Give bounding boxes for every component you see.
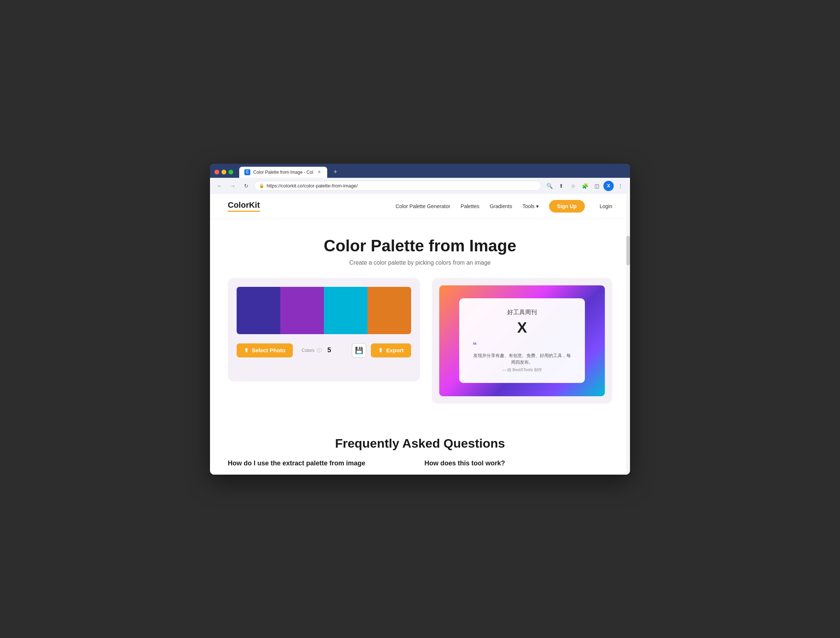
hero-subtitle: Create a color palette by picking colors… xyxy=(228,259,612,266)
preview-img-background: 好工具周刊 X ❝ 发现并分享有趣、有创意、免费、好用的工具，每周四发布。 — … xyxy=(439,285,605,396)
save-button[interactable]: 💾 xyxy=(352,343,366,358)
colors-label: Colors xyxy=(302,348,315,353)
login-link[interactable]: Login xyxy=(600,203,612,209)
preview-overlay-card: 好工具周刊 X ❝ 发现并分享有趣、有创意、免费、好用的工具，每周四发布。 — … xyxy=(459,298,585,383)
url-text: https://colorkit.co/color-palette-from-i… xyxy=(267,183,537,188)
palette-card: ⬆ Select Photo Colors ⓘ 5 💾 xyxy=(228,278,420,381)
faq-grid: How do I use the extract palette from im… xyxy=(228,460,612,467)
menu-button[interactable]: ⋮ xyxy=(615,181,625,191)
scrollbar-thumb[interactable] xyxy=(626,236,630,265)
swatch-3[interactable] xyxy=(324,287,368,334)
chevron-down-icon: ▾ xyxy=(536,203,539,209)
select-photo-button[interactable]: ⬆ Select Photo xyxy=(237,343,293,357)
page-scrollbar[interactable] xyxy=(626,194,630,475)
swatch-4[interactable] xyxy=(368,287,411,334)
faq-section: Frequently Asked Questions How do I use … xyxy=(210,418,630,475)
faq-item-2-title[interactable]: How does this tool work? xyxy=(425,460,612,467)
preview-card-x: X xyxy=(472,319,572,336)
tab-close-button[interactable]: ✕ xyxy=(316,169,322,175)
colors-count: 5 xyxy=(328,346,331,354)
faq-title: Frequently Asked Questions xyxy=(228,436,612,451)
browser-toolbar: ← → ↻ 🔒 https://colorkit.co/color-palett… xyxy=(210,178,630,194)
preview-card-title: 好工具周刊 xyxy=(472,309,572,316)
browser-titlebar: C Color Palette from Image - Col ✕ + ← →… xyxy=(210,164,630,194)
back-button[interactable]: ← xyxy=(215,181,225,191)
address-bar[interactable]: 🔒 https://colorkit.co/color-palette-from… xyxy=(254,181,541,191)
faq-item-1-title[interactable]: How do I use the extract palette from im… xyxy=(228,460,415,467)
new-tab-button[interactable]: + xyxy=(330,167,341,177)
export-button[interactable]: ⬆ Export xyxy=(371,343,411,357)
refresh-button[interactable]: ↻ xyxy=(241,181,251,191)
toolbar-actions: 🔍 ⬆ ☆ 🧩 ◫ X ⋮ xyxy=(544,181,625,191)
profile-button[interactable]: X xyxy=(603,181,614,191)
faq-item-2: How does this tool work? xyxy=(425,460,612,467)
sidebar-button[interactable]: ◫ xyxy=(592,181,602,191)
preview-image: 好工具周刊 X ❝ 发现并分享有趣、有创意、免费、好用的工具，每周四发布。 — … xyxy=(439,285,605,396)
site-nav: ColorKit Color Palette Generator Palette… xyxy=(210,194,630,219)
tool-area: ⬆ Select Photo Colors ⓘ 5 💾 xyxy=(210,278,630,418)
info-icon: ⓘ xyxy=(317,347,322,354)
tab-favicon: C xyxy=(245,169,250,175)
nav-color-palette-generator[interactable]: Color Palette Generator xyxy=(396,203,450,209)
share-button[interactable]: ⬆ xyxy=(556,181,567,191)
browser-window: C Color Palette from Image - Col ✕ + ← →… xyxy=(210,164,630,475)
palette-controls: ⬆ Select Photo Colors ⓘ 5 💾 xyxy=(237,343,411,358)
swatch-2[interactable] xyxy=(280,287,324,334)
search-button[interactable]: 🔍 xyxy=(544,181,554,191)
image-preview-card: 好工具周刊 X ❝ 发现并分享有趣、有创意、免费、好用的工具，每周四发布。 — … xyxy=(432,278,612,404)
nav-gradients[interactable]: Gradients xyxy=(489,203,512,209)
upload-icon: ⬆ xyxy=(244,347,249,354)
nav-palettes[interactable]: Palettes xyxy=(461,203,480,209)
nav-tools-dropdown[interactable]: Tools ▾ xyxy=(523,203,539,209)
lock-icon: 🔒 xyxy=(259,183,264,188)
preview-card-quote: ❝ xyxy=(472,340,572,350)
page-content: ColorKit Color Palette Generator Palette… xyxy=(210,194,630,475)
active-tab[interactable]: C Color Palette from Image - Col ✕ xyxy=(239,167,327,178)
swatch-1[interactable] xyxy=(237,287,280,334)
preview-card-author: — 由 BestXTools 创作 xyxy=(472,367,572,373)
tab-title: Color Palette from Image - Col xyxy=(253,170,313,175)
save-icon: 💾 xyxy=(355,346,363,354)
hero-section: Color Palette from Image Create a color … xyxy=(210,219,630,278)
color-swatches xyxy=(237,287,411,334)
site-logo[interactable]: ColorKit xyxy=(228,201,260,212)
signup-button[interactable]: Sign Up xyxy=(549,200,585,213)
extensions-button[interactable]: 🧩 xyxy=(580,181,590,191)
nav-links: Color Palette Generator Palettes Gradien… xyxy=(396,200,612,213)
close-button[interactable] xyxy=(215,170,219,174)
export-icon: ⬆ xyxy=(378,347,383,354)
hero-title: Color Palette from Image xyxy=(228,237,612,255)
faq-item-1: How do I use the extract palette from im… xyxy=(228,460,415,467)
preview-card-text: 发现并分享有趣、有创意、免费、好用的工具，每周四发布。 xyxy=(472,352,572,366)
minimize-button[interactable] xyxy=(221,170,226,174)
forward-button[interactable]: → xyxy=(228,181,238,191)
page-wrapper: ColorKit Color Palette Generator Palette… xyxy=(210,194,630,475)
bookmark-button[interactable]: ☆ xyxy=(568,181,578,191)
traffic-lights xyxy=(215,170,233,174)
tab-bar: C Color Palette from Image - Col ✕ + xyxy=(210,164,630,178)
maximize-button[interactable] xyxy=(229,170,233,174)
